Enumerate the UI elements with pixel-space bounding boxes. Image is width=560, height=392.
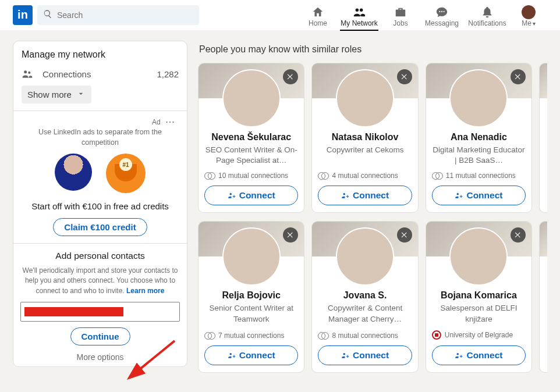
person-card-peek[interactable] <box>539 221 547 372</box>
nav-home[interactable]: Home <box>299 3 336 27</box>
mutual-text: 4 mutual connections <box>332 172 398 180</box>
section-title: People you may know with similar roles <box>199 44 547 55</box>
nav-notifications-label: Notifications <box>465 19 510 27</box>
connect-button[interactable]: Connect <box>432 345 526 365</box>
connections-count: 1,282 <box>157 69 179 79</box>
university-icon <box>432 330 441 340</box>
briefcase-icon <box>382 5 419 19</box>
dismiss-button[interactable] <box>511 69 526 84</box>
mutual-icon <box>204 172 215 179</box>
person-subtitle: Senior Content Writer at Teamwork <box>204 303 298 324</box>
mutual-row: 8 mutual connections <box>318 332 412 340</box>
mutual-text: University of Belgrade <box>445 331 513 339</box>
nav-jobs-label: Jobs <box>382 19 419 27</box>
connect-button[interactable]: Connect <box>432 186 526 205</box>
nav-jobs[interactable]: Jobs <box>382 3 419 27</box>
more-options-link[interactable]: More options <box>22 352 179 362</box>
manage-network-title: Manage my network <box>22 49 179 60</box>
mutual-text: 8 mutual connections <box>332 332 398 340</box>
caret-down-icon: ▾ <box>533 20 536 27</box>
mutual-row: 7 mutual connections <box>204 332 298 340</box>
connect-button[interactable]: Connect <box>318 345 412 365</box>
nav-notifications[interactable]: Notifications <box>465 3 510 27</box>
nav-my-network[interactable]: My Network <box>336 3 382 27</box>
person-subtitle: Salesperson at DELFI knjižare <box>432 303 526 324</box>
connections-icon <box>22 68 34 80</box>
nav-me-label: Me <box>522 19 531 27</box>
nav-me[interactable]: Me▾ <box>510 3 547 27</box>
person-name[interactable]: Relja Bojovic <box>204 290 298 301</box>
continue-button[interactable]: Continue <box>70 327 130 345</box>
search-icon <box>43 9 52 21</box>
top-nav: in Home My Network Jobs Messaging Notifi… <box>0 0 560 30</box>
chevron-down-icon <box>76 89 86 100</box>
ad-label: Ad <box>152 118 161 126</box>
mutual-text: 7 mutual connections <box>218 332 284 340</box>
person-subtitle: SEO Content Writer & On-Page Specialist … <box>204 145 298 166</box>
show-more-button[interactable]: Show more <box>22 85 91 104</box>
ad-subtext: Use LinkedIn ads to separate from the co… <box>25 127 175 148</box>
mutual-icon <box>432 172 442 179</box>
mutual-text: 11 mutual connections <box>446 172 516 180</box>
nav-messaging[interactable]: Messaging <box>419 3 465 27</box>
contacts-title: Add personal contacts <box>22 251 179 261</box>
person-card: Ana Nenadic Digital Marketing Educator |… <box>426 63 532 213</box>
trophy-badge: #1 <box>119 158 132 171</box>
profile-avatar[interactable] <box>449 227 508 286</box>
profile-avatar[interactable] <box>336 227 394 286</box>
person-name[interactable]: Nevena Šekularac <box>204 132 298 142</box>
person-card-peek[interactable] <box>539 63 547 213</box>
search-box[interactable] <box>37 5 199 25</box>
home-icon <box>299 5 336 19</box>
mutual-icon <box>318 332 328 339</box>
connect-button[interactable]: Connect <box>318 186 412 205</box>
profile-avatar[interactable] <box>222 227 281 286</box>
person-name[interactable]: Natasa Nikolov <box>318 132 412 142</box>
person-name[interactable]: Ana Nenadic <box>432 132 526 142</box>
connect-button[interactable]: Connect <box>204 345 298 365</box>
connect-button[interactable]: Connect <box>204 186 298 205</box>
profile-avatar[interactable] <box>222 69 281 127</box>
person-name[interactable]: Jovana S. <box>318 290 412 301</box>
mutual-row: University of Belgrade <box>432 330 526 340</box>
person-card: Bojana Komarica Salesperson at DELFI knj… <box>426 221 532 372</box>
dismiss-button[interactable] <box>397 69 412 84</box>
learn-more-link[interactable]: Learn more <box>126 287 164 295</box>
people-icon <box>336 5 382 19</box>
mutual-icon <box>204 332 215 339</box>
person-subtitle: Copywriter at Cekoms <box>318 145 412 166</box>
manage-network-card: Manage my network Connections 1,282 Show… <box>13 41 187 367</box>
email-input[interactable] <box>20 302 180 322</box>
claim-credit-button[interactable]: Claim €100 credit <box>53 218 147 236</box>
trophy-icon: #1 <box>106 154 146 193</box>
chat-icon <box>419 5 465 19</box>
show-more-label: Show more <box>27 90 72 99</box>
linkedin-logo[interactable]: in <box>13 5 33 25</box>
mutual-row: 4 mutual connections <box>318 172 412 180</box>
profile-avatar[interactable] <box>336 69 394 127</box>
mutual-row: 11 mutual connections <box>432 172 526 180</box>
nav-messaging-label: Messaging <box>419 19 465 27</box>
ad-headline: Start off with €100 in free ad credits <box>22 201 179 211</box>
person-subtitle: Digital Marketing Educator | B2B SaaS… <box>432 145 526 166</box>
connections-label: Connections <box>42 69 91 79</box>
nav-network-label: My Network <box>336 19 382 27</box>
mutual-text: 10 mutual connections <box>218 172 288 180</box>
overflow-icon[interactable]: ··· <box>166 118 175 126</box>
person-card: Jovana S. Copywriter & Content Manager a… <box>311 221 418 372</box>
person-card: Natasa Nikolov Copywriter at Cekoms 4 mu… <box>311 63 418 213</box>
search-input[interactable] <box>57 10 193 20</box>
connections-row[interactable]: Connections 1,282 <box>22 68 179 80</box>
contacts-desc: We'll periodically import and store your… <box>22 266 179 296</box>
person-card: Relja Bojovic Senior Content Writer at T… <box>198 221 304 372</box>
mutual-icon <box>318 172 328 179</box>
person-card: Nevena Šekularac SEO Content Writer & On… <box>198 63 304 213</box>
ad-person-image <box>55 154 92 191</box>
person-subtitle: Copywriter & Content Manager at Cherry… <box>318 303 412 324</box>
nav-home-label: Home <box>299 19 336 27</box>
profile-avatar[interactable] <box>449 69 508 127</box>
bell-icon <box>465 5 510 19</box>
person-name[interactable]: Bojana Komarica <box>432 290 526 301</box>
user-avatar-icon <box>522 5 536 19</box>
email-redacted <box>24 307 123 316</box>
